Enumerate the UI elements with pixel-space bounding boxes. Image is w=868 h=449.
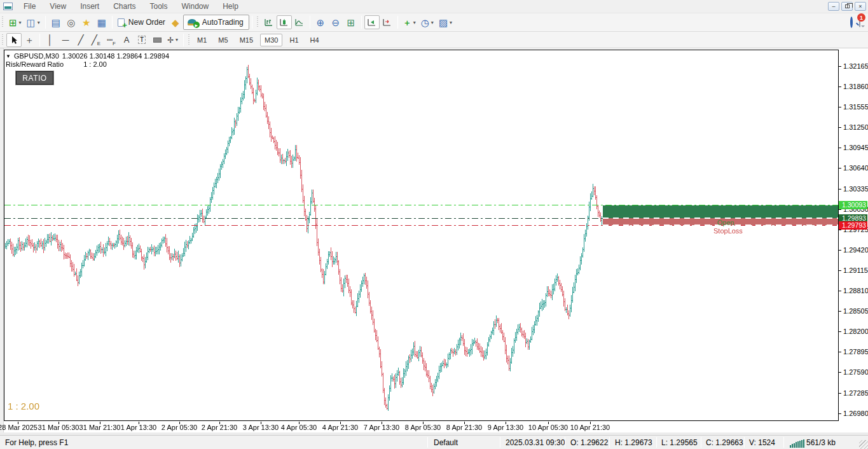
toolbar-grip[interactable] [1,34,4,46]
equidistant-channel-button[interactable]: ╱E [88,33,104,47]
line-chart-mode-button[interactable] [292,15,307,29]
menu-charts[interactable]: Charts [106,2,142,11]
navigator-button[interactable]: ★ [79,15,94,29]
chevron-down-icon: ▾ [19,20,22,25]
timeframe-h4-button[interactable]: H4 [306,34,324,46]
drawing-toolbar: ＋ │ ─ ╱ ╱E ┉F A T ✢▾ M1M5M15M30H1H4 [0,31,868,48]
data-window-icon: ◎ [67,18,75,27]
menu-help[interactable]: Help [216,2,245,11]
indicators-button[interactable]: ＋▾ [401,15,418,29]
timeframe-m30-button[interactable]: M30 [260,34,282,46]
price-axis-label: 1.30640 [843,164,868,172]
profiles-button[interactable]: ◫▾ [24,15,43,29]
zoom-out-icon: ⊖ [331,18,340,27]
timeframe-m1-button[interactable]: M1 [193,34,211,46]
horizontal-line-button[interactable]: ─ [58,33,73,47]
crosshair-button[interactable]: ＋ [22,33,37,47]
window-controls: – × [828,2,868,11]
auto-scroll-button[interactable] [364,15,380,29]
trendline-button[interactable]: ╱ [73,33,88,47]
chevron-down-icon: ▾ [176,37,178,43]
chevron-down-icon: ▾ [413,20,416,25]
fibonacci-icon: ┉ [107,35,113,45]
status-low: L: 1.29565 [661,438,698,447]
time-axis-label: 8 Apr 21:30 [446,424,482,431]
price-axis-label: 1.29420 [843,246,868,254]
price-axis[interactable]: 1.321651.318601.315551.312501.309451.306… [839,50,868,421]
price-tick [839,352,841,352]
menu-file[interactable]: File [17,2,43,11]
rectangle-button[interactable] [149,33,165,47]
bar-chart-mode-button[interactable] [261,15,277,29]
template-icon: ▨ [439,18,448,27]
time-axis[interactable]: 28 Mar 202531 Mar 05:3031 Mar 21:301 Apr… [4,422,839,432]
time-axis-label: 7 Apr 13:30 [364,424,399,431]
open-line-label: Open [717,219,734,226]
text-button[interactable]: A [119,33,134,47]
horizontal-line-icon: ─ [62,35,69,45]
zoom-in-button[interactable]: ⊕ [313,15,328,29]
new-chart-icon: ⊞ [9,18,17,27]
expert-advisors-button[interactable]: ◆ [168,15,183,29]
time-axis-label: 8 Apr 05:30 [405,424,441,431]
notifications-button[interactable]: 1 [859,18,860,27]
candlestick-mode-button[interactable] [277,15,292,29]
price-tick [839,168,841,169]
new-order-icon [118,18,125,27]
standard-toolbar: ⊞▾ ◫▾ ▤ ◎ ★ ▦ New Order ◆ ▶ AutoTrading … [0,13,868,31]
search-button[interactable] [850,18,853,27]
autotrading-icon: ▶ [188,19,196,25]
vertical-line-button[interactable]: │ [43,33,58,47]
new-chart-button[interactable]: ⊞▾ [6,15,24,29]
cursor-button[interactable] [6,33,22,47]
close-button[interactable]: × [855,2,866,11]
cursor-icon [10,36,18,45]
price-tick [839,311,841,312]
templates-button[interactable]: ▨▾ [436,15,455,29]
text-label-button[interactable]: T [134,33,149,47]
resize-grip[interactable] [859,440,868,449]
chart-shift-button[interactable] [380,15,395,29]
price-axis-label: 1.31250 [843,123,868,131]
price-axis-label: 1.31860 [843,83,868,90]
menu-insert[interactable]: Insert [73,2,106,11]
ratio-button[interactable]: RATIO [16,71,53,85]
timeframe-m15-button[interactable]: M15 [235,34,258,46]
new-order-button[interactable]: New Order [115,15,168,29]
timeframe-m5-button[interactable]: M5 [214,34,232,46]
symbol-label: GBPUSD,M30 [14,52,59,60]
timeframe-h1-button[interactable]: H1 [285,34,303,46]
restore-button[interactable] [841,2,853,11]
time-axis-label: 2 Apr 21:30 [202,424,237,431]
status-bar: For Help, press F1 Default 2025.03.31 09… [0,435,868,449]
menu-view[interactable]: View [43,2,73,11]
status-profile[interactable]: Default [434,438,458,447]
indicator-line: Risk/Reward Ratio 1 : 2.00 [6,60,107,68]
menu-tools[interactable]: Tools [143,2,175,11]
toolbar-grip[interactable] [256,17,259,28]
time-axis-label: 10 Apr 21:30 [570,424,610,431]
toolbar-grip[interactable] [1,17,4,28]
price-chart-canvas[interactable] [4,50,838,420]
zoom-out-button[interactable]: ⊖ [328,15,343,29]
stoploss-line-label: StopLoss [713,227,743,235]
toolbar-grip[interactable] [188,34,191,46]
price-tick [839,86,841,87]
data-window-button[interactable]: ◎ [64,15,79,29]
minimize-button[interactable]: – [828,2,839,11]
price-tick [839,66,841,67]
arrows-button[interactable]: ✢▾ [165,33,181,47]
fibonacci-button[interactable]: ┉F [104,33,119,47]
zoom-in-icon: ⊕ [316,18,324,27]
price-axis-label: 1.30945 [843,144,868,151]
terminal-button[interactable]: ▦ [94,15,109,29]
periods-button[interactable]: ◷▾ [418,15,436,29]
market-watch-button[interactable]: ▤ [48,15,64,29]
ratio-display: 1 : 2.00 [8,401,39,411]
autotrading-button[interactable]: ▶ AutoTrading [183,15,249,30]
crosshair-icon: ＋ [25,35,34,45]
price-axis-label: 1.29115 [843,266,868,274]
price-axis-label: 1.27285 [843,389,868,397]
menu-window[interactable]: Window [175,2,216,11]
tile-windows-button[interactable]: ⊞ [343,15,359,29]
